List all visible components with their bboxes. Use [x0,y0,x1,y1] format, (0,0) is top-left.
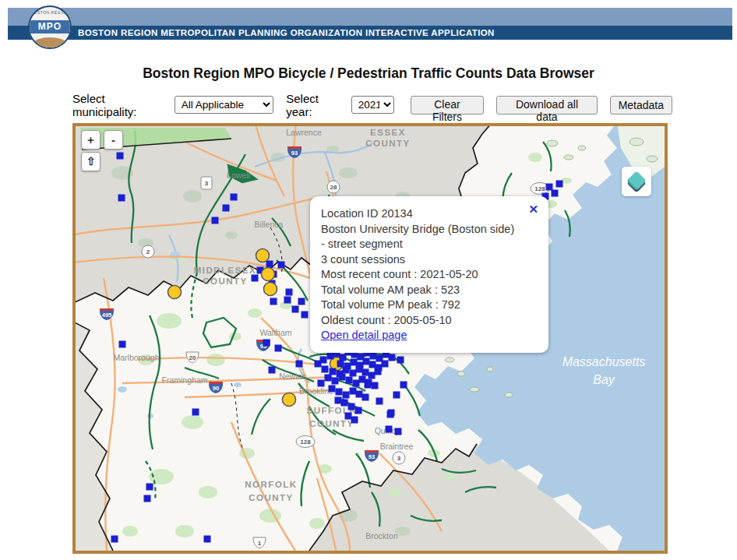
popup-close-icon[interactable]: ✕ [528,202,538,217]
zoom-in-button[interactable]: + [81,130,100,150]
count-location-marker[interactable] [350,370,357,377]
count-location-marker[interactable] [266,261,273,268]
count-location-marker[interactable] [386,426,393,433]
route-shield: 3 [201,177,212,189]
layers-icon-top [626,171,646,190]
svg-text:93: 93 [368,453,375,460]
count-location-marker[interactable] [327,353,334,360]
count-location-marker[interactable] [369,361,376,368]
count-location-marker[interactable] [275,345,282,352]
count-location-marker[interactable] [348,403,355,410]
count-location-marker[interactable] [376,398,383,405]
selected-location-marker[interactable] [256,249,270,262]
count-location-marker[interactable] [278,262,285,269]
count-location-marker[interactable] [343,367,350,374]
selected-location-marker[interactable] [168,286,182,299]
count-location-marker[interactable] [552,190,559,197]
popup-sessions: 3 count sessions [321,252,538,268]
count-location-marker[interactable] [355,407,362,414]
count-location-marker[interactable] [556,181,563,188]
count-location-marker[interactable] [389,354,396,361]
count-location-marker[interactable] [351,359,358,366]
count-location-marker[interactable] [302,312,309,319]
count-location-marker[interactable] [350,388,357,395]
selected-location-marker[interactable] [262,268,275,281]
count-location-marker[interactable] [296,361,303,368]
count-location-marker[interactable] [362,394,369,401]
count-location-marker[interactable] [345,413,352,420]
map-label: Lawrence [286,128,322,137]
count-location-marker[interactable] [329,386,336,393]
logo-mpo-text: MPO [30,20,70,33]
count-location-marker[interactable] [365,382,372,389]
count-location-marker[interactable] [322,366,329,373]
count-location-marker[interactable] [400,382,407,389]
count-location-marker[interactable] [375,368,382,375]
zoom-out-button[interactable]: - [104,130,123,150]
count-location-marker[interactable] [351,417,358,424]
count-location-marker[interactable] [332,378,339,385]
count-location-marker[interactable] [339,374,346,381]
count-location-marker[interactable] [117,153,124,160]
count-location-marker[interactable] [343,392,350,399]
map[interactable]: LawrenceLowellBillericaESSEXCOUNTYMIDDLE… [76,126,665,551]
selected-location-marker[interactable] [264,283,277,296]
count-location-marker[interactable] [204,536,211,543]
count-location-marker[interactable] [298,298,305,305]
download-all-data-button[interactable]: Download all data [496,96,597,114]
map-label: Bay [593,373,615,386]
map-label: Waltham [259,328,291,337]
clear-filters-button[interactable]: Clear Filters [411,96,485,114]
count-location-marker[interactable] [292,306,299,313]
count-location-marker[interactable] [212,217,219,224]
count-location-marker[interactable] [315,361,322,368]
svg-text:495: 495 [102,312,112,319]
count-location-marker[interactable] [353,380,360,387]
count-location-marker[interactable] [397,357,404,364]
count-location-marker[interactable] [372,382,379,389]
count-location-marker[interactable] [192,409,199,416]
count-location-marker[interactable] [387,411,394,418]
count-location-marker[interactable] [284,297,291,304]
count-location-marker[interactable] [546,184,553,191]
count-location-marker[interactable] [393,392,400,399]
count-location-marker[interactable] [252,275,259,282]
count-location-marker[interactable] [368,372,376,379]
count-location-marker[interactable] [337,361,344,368]
count-location-marker[interactable] [263,340,270,347]
count-location-marker[interactable] [330,368,337,375]
count-location-marker[interactable] [270,298,277,305]
map-label: Braintree [380,442,414,451]
count-location-marker[interactable] [382,361,389,368]
municipality-select[interactable]: All Applicable [175,96,274,114]
count-location-marker[interactable] [286,289,293,296]
count-location-marker[interactable] [231,194,238,201]
count-location-marker[interactable] [118,195,125,202]
count-location-marker[interactable] [370,353,377,360]
count-location-marker[interactable] [335,397,342,404]
count-location-marker[interactable] [111,536,118,543]
count-location-marker[interactable] [346,377,353,384]
popup-description-line2: - street segment [321,237,538,252]
count-location-marker[interactable] [325,375,332,382]
count-location-marker[interactable] [356,391,363,398]
home-extent-button[interactable]: ⇧ [81,152,100,171]
count-location-marker[interactable] [341,400,348,407]
count-location-marker[interactable] [144,495,151,502]
count-location-marker[interactable] [146,484,153,491]
selected-location-marker[interactable] [283,393,296,407]
count-location-marker[interactable] [363,358,370,365]
year-select[interactable]: 2021 [351,96,394,114]
count-location-marker[interactable] [395,428,402,435]
count-location-marker[interactable] [269,367,276,374]
count-location-marker[interactable] [336,389,343,396]
count-location-marker[interactable] [356,366,363,373]
count-location-marker[interactable] [362,369,369,376]
popup-most-recent: Most recent count : 2021-05-20 [321,267,538,283]
basemap-toggle-button[interactable] [622,167,651,196]
metadata-button[interactable]: Metadata [610,96,672,114]
open-detail-page-link[interactable]: Open detail page [321,329,407,341]
count-location-marker[interactable] [119,341,126,348]
count-location-marker[interactable] [223,205,230,212]
count-location-marker[interactable] [318,380,325,387]
